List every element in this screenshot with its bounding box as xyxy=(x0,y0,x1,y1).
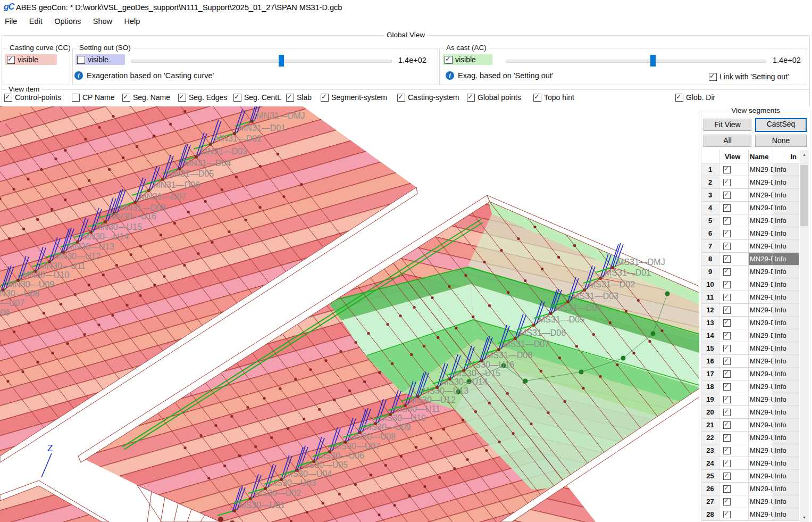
table-row[interactable]: 3MN29-DInfo xyxy=(701,189,800,202)
segment-name[interactable]: MN29-D xyxy=(749,253,773,266)
segment-name[interactable]: MN29-D xyxy=(749,329,773,342)
view-cell[interactable] xyxy=(719,457,749,470)
menu-edit[interactable]: Edit xyxy=(24,15,47,26)
setting-out-visible-checkbox[interactable]: visible xyxy=(76,54,125,65)
table-row[interactable]: 12MN29-DInfo xyxy=(701,304,800,317)
table-row[interactable]: 11MN29-DInfo xyxy=(701,291,800,304)
segment-info-button[interactable]: Info xyxy=(773,253,799,266)
menu-file[interactable]: File xyxy=(0,15,22,26)
segment-visible-checkbox[interactable] xyxy=(723,409,731,416)
segment-info-button[interactable]: Info xyxy=(773,495,799,508)
checkbox-icon[interactable] xyxy=(77,56,85,64)
table-row[interactable]: 8MN29-DInfo xyxy=(701,253,800,266)
segment-visible-checkbox[interactable] xyxy=(723,485,731,493)
checkbox-icon[interactable] xyxy=(72,94,80,102)
segment-name[interactable]: MN29-U xyxy=(749,483,773,495)
table-row[interactable]: 28MN29-UInfo xyxy=(701,508,800,521)
view-cell[interactable] xyxy=(719,240,749,253)
segment-info-button[interactable]: Info xyxy=(773,240,799,253)
segment-info-button[interactable]: Info xyxy=(773,508,799,521)
segment-info-button[interactable]: Info xyxy=(773,432,799,444)
view-cell[interactable] xyxy=(719,393,749,406)
segment-info-button[interactable]: Info xyxy=(773,380,799,393)
table-row[interactable]: 13MN29-DInfo xyxy=(701,317,800,329)
menu-help[interactable]: Help xyxy=(119,15,145,26)
segment-name[interactable]: MN29-D xyxy=(749,278,773,291)
view-cell[interactable] xyxy=(719,470,749,483)
view-cell[interactable] xyxy=(719,202,749,214)
table-row[interactable]: 10MN29-DInfo xyxy=(701,278,800,291)
checkbox-icon[interactable] xyxy=(397,94,405,102)
segment-visible-checkbox[interactable] xyxy=(723,498,731,506)
table-row[interactable]: 27MN29-UInfo xyxy=(701,495,800,508)
checkbox-icon[interactable] xyxy=(286,94,294,102)
casting-curve-visible-checkbox[interactable]: visible xyxy=(5,54,57,65)
segment-visible-checkbox[interactable] xyxy=(723,166,731,173)
segment-name[interactable]: MN29-U xyxy=(749,368,773,380)
scrollbar-thumb[interactable] xyxy=(800,165,808,226)
segment-name[interactable]: MN29-U xyxy=(749,457,773,470)
view-cell[interactable] xyxy=(719,278,749,291)
segment-info-button[interactable]: Info xyxy=(773,483,799,495)
segment-name[interactable]: MN29-D xyxy=(749,342,773,355)
setting-out-exaggeration-slider[interactable] xyxy=(131,55,392,67)
view-cell[interactable] xyxy=(719,266,749,278)
segment-name[interactable]: MN29-U xyxy=(749,380,773,393)
castseq-button[interactable]: CastSeq xyxy=(755,118,807,132)
segment-info-button[interactable]: Info xyxy=(773,304,799,317)
view-cell[interactable] xyxy=(719,317,749,329)
view-cell[interactable] xyxy=(719,380,749,393)
segment-visible-checkbox[interactable] xyxy=(723,319,731,327)
view-item-control-points[interactable]: Control-points xyxy=(4,93,61,102)
view-cell[interactable] xyxy=(719,508,749,521)
segment-visible-checkbox[interactable] xyxy=(723,179,731,186)
segment-info-button[interactable]: Info xyxy=(773,317,799,329)
segment-visible-checkbox[interactable] xyxy=(723,396,731,403)
table-row[interactable]: 17MN29-UInfo xyxy=(701,368,800,380)
segment-info-button[interactable]: Info xyxy=(773,444,799,457)
as-cast-visible-checkbox[interactable]: visible xyxy=(443,54,492,65)
view-cell[interactable] xyxy=(719,253,749,266)
segment-name[interactable]: MN29-D xyxy=(749,214,773,227)
slider-track[interactable] xyxy=(131,60,392,63)
segment-info-button[interactable]: Info xyxy=(773,393,799,406)
segment-info-button[interactable]: Info xyxy=(773,202,799,214)
checkbox-icon[interactable] xyxy=(709,73,717,81)
view-cell[interactable] xyxy=(719,342,749,355)
table-row[interactable]: 14MN29-DInfo xyxy=(701,329,800,342)
checkbox-icon[interactable] xyxy=(467,94,475,102)
segment-visible-checkbox[interactable] xyxy=(723,281,731,288)
segment-name[interactable]: MN29-D xyxy=(749,266,773,278)
table-row[interactable]: 22MN29-UInfo xyxy=(701,432,800,444)
segment-name[interactable]: MN29-U xyxy=(749,393,773,406)
segment-name[interactable]: MN29-U xyxy=(749,432,773,444)
segment-visible-checkbox[interactable] xyxy=(723,243,731,250)
segment-name[interactable]: MN29-D xyxy=(749,227,773,240)
segment-name[interactable]: MN29-D xyxy=(749,291,773,304)
segment-info-button[interactable]: Info xyxy=(773,291,799,304)
slider-thumb[interactable] xyxy=(650,55,656,67)
segment-visible-checkbox[interactable] xyxy=(723,473,731,480)
checkbox-icon[interactable] xyxy=(122,94,130,102)
table-row[interactable]: 18MN29-UInfo xyxy=(701,380,800,393)
segment-visible-checkbox[interactable] xyxy=(723,294,731,301)
segment-info-button[interactable]: Info xyxy=(773,189,799,202)
segment-visible-checkbox[interactable] xyxy=(723,345,731,352)
segment-visible-checkbox[interactable] xyxy=(723,383,731,391)
view-item-casting-system[interactable]: Casting-system xyxy=(397,93,459,102)
table-row[interactable]: 2MN29-DInfo xyxy=(701,176,800,189)
segment-visible-checkbox[interactable] xyxy=(723,332,731,339)
segment-name[interactable]: MN29-U xyxy=(749,444,773,457)
segment-visible-checkbox[interactable] xyxy=(723,421,731,429)
col-view[interactable]: View xyxy=(719,150,749,163)
table-row[interactable]: 6MN29-DInfo xyxy=(701,227,800,240)
table-row[interactable]: 15MN29-DInfo xyxy=(701,342,800,355)
view-cell[interactable] xyxy=(719,176,749,189)
checkbox-icon[interactable] xyxy=(4,94,12,102)
slider-thumb[interactable] xyxy=(279,55,284,67)
scroll-up-icon[interactable]: ▲ xyxy=(800,150,809,159)
view-cell[interactable] xyxy=(719,227,749,240)
table-row[interactable]: 16MN29-DInfo xyxy=(701,355,800,368)
checkbox-icon[interactable] xyxy=(675,94,683,102)
view-item-seg-edges[interactable]: Seg. Edges xyxy=(178,93,227,102)
